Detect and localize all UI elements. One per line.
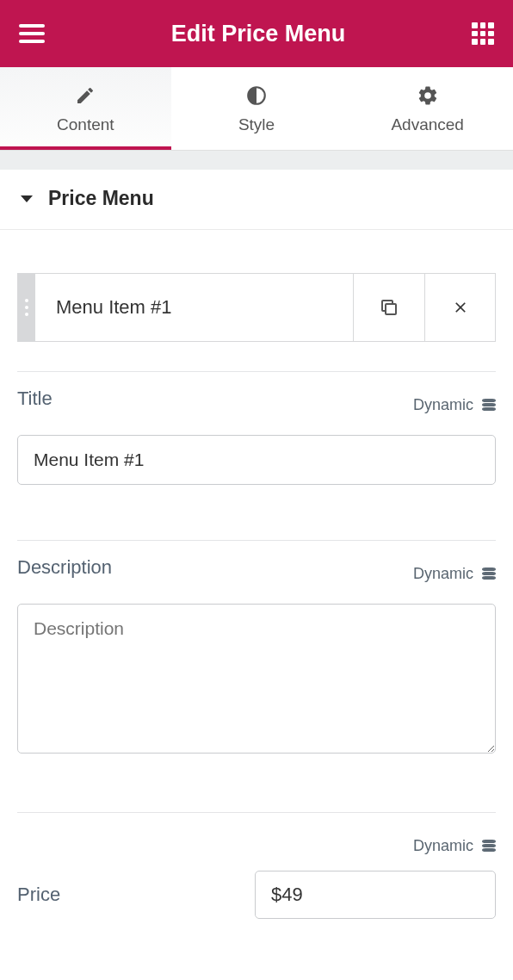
- dynamic-label: Dynamic: [413, 565, 473, 583]
- menu-icon[interactable]: [19, 24, 45, 43]
- section-title: Price Menu: [48, 187, 154, 210]
- menu-item-title[interactable]: Menu Item #1: [35, 274, 354, 341]
- tab-content-label: Content: [57, 115, 114, 134]
- database-icon: [482, 840, 496, 853]
- dynamic-toggle-title[interactable]: Dynamic: [413, 396, 496, 414]
- gear-icon: [417, 84, 439, 107]
- dynamic-label: Dynamic: [413, 837, 473, 855]
- page-title: Edit Price Menu: [45, 21, 472, 47]
- tab-content[interactable]: Content: [0, 67, 171, 150]
- database-icon: [482, 568, 496, 581]
- tabs: Content Style Advanced: [0, 67, 513, 151]
- menu-item-row: Menu Item #1: [17, 273, 496, 342]
- title-input[interactable]: [17, 435, 496, 485]
- field-description: Description Dynamic: [17, 540, 496, 783]
- panel: Menu Item #1 Title Dynamic Description D…: [0, 230, 513, 962]
- contrast-icon: [245, 84, 268, 107]
- spacer: [0, 151, 513, 170]
- dynamic-toggle-price[interactable]: Dynamic: [413, 837, 496, 855]
- section-header[interactable]: Price Menu: [0, 170, 513, 230]
- tab-advanced-label: Advanced: [391, 115, 464, 134]
- tab-advanced[interactable]: Advanced: [342, 67, 513, 150]
- field-title: Title Dynamic: [17, 371, 496, 511]
- price-label: Price: [17, 884, 60, 906]
- caret-down-icon: [21, 195, 33, 202]
- editor-header: Edit Price Menu: [0, 0, 513, 67]
- database-icon: [482, 399, 496, 412]
- apps-icon[interactable]: [472, 22, 494, 45]
- dynamic-label: Dynamic: [413, 396, 473, 414]
- field-price: Dynamic Price: [17, 812, 496, 945]
- description-label: Description: [17, 556, 413, 579]
- remove-button[interactable]: [424, 274, 495, 341]
- price-input[interactable]: [255, 871, 496, 919]
- svg-rect-0: [386, 304, 396, 314]
- tab-style[interactable]: Style: [171, 67, 343, 150]
- pencil-icon: [74, 84, 96, 107]
- description-input[interactable]: [17, 604, 496, 754]
- title-label: Title: [17, 388, 413, 410]
- tab-style-label: Style: [238, 115, 275, 134]
- dynamic-toggle-description[interactable]: Dynamic: [413, 565, 496, 583]
- duplicate-button[interactable]: [354, 274, 424, 341]
- drag-handle-icon[interactable]: [18, 274, 35, 341]
